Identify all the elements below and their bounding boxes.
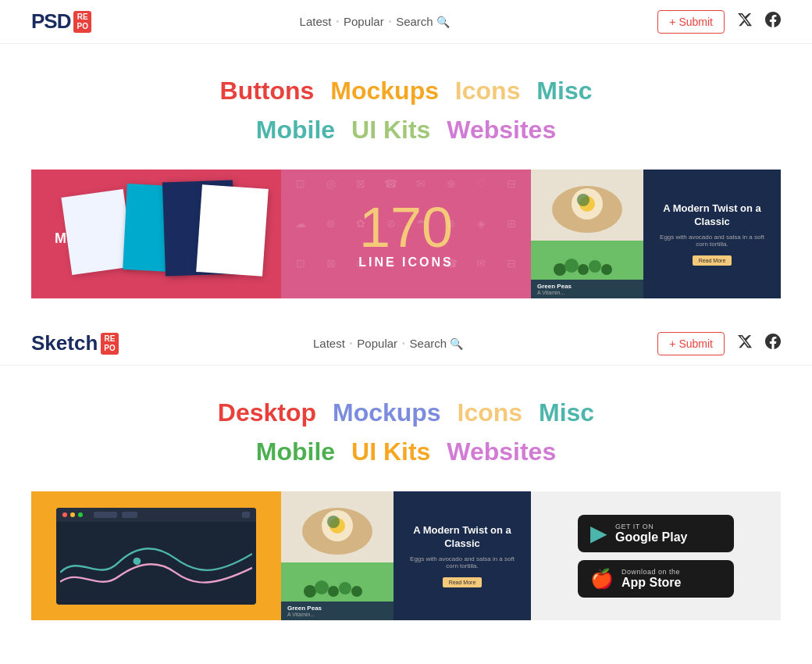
nav-dot-1: • bbox=[336, 17, 339, 26]
google-play-small: GET IT ON bbox=[615, 523, 687, 530]
cat-buttons[interactable]: Buttons bbox=[220, 77, 315, 105]
sketch-search-icon: 🔍 bbox=[450, 337, 463, 350]
sketch-logo-badge: RE PO bbox=[101, 333, 118, 355]
card-icons[interactable]: ⊡◎⊠☎ ✉⊕♡⊟ ☁⊛✿⊜ ☂⊗◈⊞ ⊡⊠◎⊕ ♡☎✉⊟ 170 LINE I… bbox=[281, 170, 531, 298]
card-dashboard[interactable] bbox=[31, 491, 281, 620]
sketch-section: Desktop Mockups Icons Misc Mobile UI Kit… bbox=[0, 366, 812, 644]
card-food-2[interactable]: A Modern Twist on a Classic Eggs with av… bbox=[281, 491, 531, 620]
submit-button[interactable]: + Submit bbox=[657, 10, 725, 34]
sketch-cat-mobile[interactable]: Mobile bbox=[256, 437, 335, 466]
sketch-facebook-icon[interactable] bbox=[765, 334, 781, 353]
sketch-header: Sketch RE PO Latest • Popular • Search 🔍… bbox=[0, 322, 812, 366]
traffic-light-red bbox=[62, 512, 67, 517]
dashboard-chart bbox=[56, 522, 256, 605]
sketch-nav-dot-2: • bbox=[402, 339, 405, 348]
apple-store-big: App Store bbox=[621, 576, 681, 590]
svg-point-13 bbox=[327, 516, 340, 528]
food-read-more[interactable]: Read More bbox=[693, 255, 732, 266]
sketch-nav: Latest • Popular • Search 🔍 bbox=[313, 337, 463, 350]
sketch-cat-misc[interactable]: Misc bbox=[539, 398, 594, 427]
cat-mobile[interactable]: Mobile bbox=[256, 116, 335, 144]
sketch-twitter-icon[interactable] bbox=[737, 334, 753, 353]
cat-icons[interactable]: Icons bbox=[455, 77, 521, 105]
psd-section: Buttons Mockups Icons Misc Mobile UI Kit… bbox=[0, 44, 812, 322]
psd-logo-badge: RE PO bbox=[73, 11, 91, 33]
card-mockup[interactable]: FREE MOCKUP bbox=[31, 170, 281, 298]
food-title: A Modern Twist on a Classic bbox=[655, 202, 769, 229]
food-title-2: A Modern Twist on a Classic bbox=[405, 524, 519, 551]
food-subtitle: Eggs with avocado and salsa in a soft co… bbox=[655, 234, 769, 248]
nav-dot-2: • bbox=[389, 17, 392, 26]
icons-pattern: ⊡◎⊠☎ ✉⊕♡⊟ ☁⊛✿⊜ ☂⊗◈⊞ ⊡⊠◎⊕ ♡☎✉⊟ bbox=[281, 170, 531, 298]
food-overlay-2: A Modern Twist on a Classic Eggs with av… bbox=[394, 491, 531, 620]
search-icon: 🔍 bbox=[436, 16, 450, 28]
svg-point-3 bbox=[577, 194, 589, 206]
sketch-nav-dot-1: • bbox=[350, 339, 353, 348]
sketch-cat-desktop[interactable]: Desktop bbox=[218, 398, 316, 427]
food-overlay: A Modern Twist on a Classic Eggs with av… bbox=[643, 170, 781, 298]
sketch-cat-line2: Mobile UI Kits Websites bbox=[0, 436, 812, 469]
sketch-cat-line1: Desktop Mockups Icons Misc bbox=[0, 397, 812, 430]
sketch-header-right: + Submit bbox=[657, 332, 781, 355]
nav-search-label: Search bbox=[396, 15, 433, 28]
sketch-cat-uikits[interactable]: UI Kits bbox=[351, 437, 430, 466]
psd-cards-grid: FREE MOCKUP ⊡◎⊠☎ ✉⊕♡⊟ ☁⊛✿⊜ ☂⊗◈⊞ ⊡⊠◎⊕ ♡☎✉… bbox=[31, 170, 781, 298]
traffic-light-yellow bbox=[70, 512, 75, 517]
svg-point-6 bbox=[578, 264, 589, 275]
svg-point-18 bbox=[351, 586, 362, 597]
twitter-icon[interactable] bbox=[737, 12, 753, 31]
sketch-cards-grid: A Modern Twist on a Classic Eggs with av… bbox=[31, 491, 781, 620]
svg-point-9 bbox=[133, 558, 141, 566]
dashboard-inner bbox=[56, 508, 256, 605]
cat-mockups[interactable]: Mockups bbox=[330, 77, 439, 105]
nav-popular[interactable]: Popular bbox=[344, 15, 384, 28]
card-food[interactable]: A Modern Twist on a Classic Eggs with av… bbox=[531, 170, 781, 298]
food-img-top-2 bbox=[281, 491, 394, 562]
sketch-categories: Desktop Mockups Icons Misc Mobile UI Kit… bbox=[0, 397, 812, 468]
svg-point-5 bbox=[564, 259, 579, 273]
svg-point-4 bbox=[554, 263, 566, 276]
food-subtitle-2: Eggs with avocado and salsa in a soft co… bbox=[405, 555, 519, 569]
cat-uikits[interactable]: UI Kits bbox=[351, 116, 430, 144]
psd-categories: Buttons Mockups Icons Misc Mobile UI Kit… bbox=[0, 75, 812, 146]
nav-search[interactable]: Search 🔍 bbox=[396, 15, 450, 28]
sketch-cat-websites[interactable]: Websites bbox=[447, 437, 556, 466]
apple-icon: 🍎 bbox=[590, 569, 614, 588]
apple-store-button[interactable]: 🍎 Download on the App Store bbox=[578, 560, 734, 598]
sketch-logo[interactable]: Sketch RE PO bbox=[31, 331, 119, 355]
google-play-button[interactable]: ▶ GET IT ON Google Play bbox=[578, 515, 734, 552]
sketch-logo-text: Sketch bbox=[31, 331, 98, 355]
food-img-top bbox=[531, 170, 643, 241]
psd-nav: Latest • Popular • Search 🔍 bbox=[300, 15, 450, 28]
google-play-icon: ▶ bbox=[590, 523, 607, 544]
svg-point-14 bbox=[304, 585, 316, 598]
card-appstore: ▶ GET IT ON Google Play 🍎 Download on th… bbox=[531, 491, 781, 620]
sketch-search-label: Search bbox=[410, 337, 447, 350]
facebook-icon[interactable] bbox=[765, 12, 781, 31]
psd-cat-line2: Mobile UI Kits Websites bbox=[0, 114, 812, 147]
cat-websites[interactable]: Websites bbox=[447, 116, 556, 144]
food-bottom-text-2: Green Peas A Vitamin... bbox=[281, 602, 394, 620]
sketch-cat-mockups[interactable]: Mockups bbox=[333, 398, 441, 427]
psd-logo-text: PSD bbox=[31, 9, 70, 34]
svg-point-17 bbox=[339, 582, 351, 594]
google-play-big: Google Play bbox=[615, 530, 687, 544]
sketch-submit-button[interactable]: + Submit bbox=[657, 332, 725, 355]
nav-latest[interactable]: Latest bbox=[300, 15, 332, 28]
sketch-nav-search[interactable]: Search 🔍 bbox=[410, 337, 464, 350]
sketch-cat-icons[interactable]: Icons bbox=[458, 398, 523, 427]
food-bottom-text: Green Peas A Vitamin... bbox=[531, 280, 643, 298]
psd-logo[interactable]: PSD RE PO bbox=[31, 9, 91, 34]
psd-header: PSD RE PO Latest • Popular • Search 🔍 + … bbox=[0, 0, 812, 44]
cat-misc[interactable]: Misc bbox=[536, 77, 592, 105]
svg-point-16 bbox=[328, 586, 339, 597]
sketch-nav-latest[interactable]: Latest bbox=[313, 337, 345, 350]
svg-point-8 bbox=[601, 264, 612, 275]
apple-store-small: Download on the bbox=[621, 568, 681, 576]
header-right: + Submit bbox=[657, 10, 781, 34]
apple-store-text: Download on the App Store bbox=[621, 568, 681, 590]
sketch-nav-popular[interactable]: Popular bbox=[357, 337, 397, 350]
food-read-more-2[interactable]: Read More bbox=[443, 577, 483, 587]
traffic-light-green bbox=[78, 512, 83, 517]
google-play-text: GET IT ON Google Play bbox=[615, 523, 687, 544]
